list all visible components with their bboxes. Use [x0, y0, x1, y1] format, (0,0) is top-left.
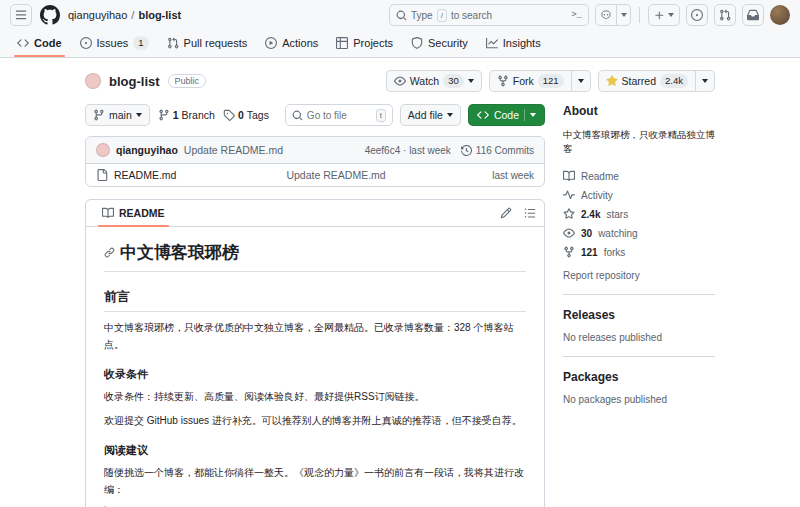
three-bars-icon — [15, 9, 27, 21]
chevron-down-icon — [668, 13, 674, 17]
plus-icon — [654, 10, 665, 21]
toolbar-right: t Add file Code — [285, 104, 545, 126]
tab-projects[interactable]: Projects — [327, 30, 402, 57]
command-palette-icon[interactable]: >_ — [571, 10, 582, 20]
tab-label: Security — [428, 37, 468, 49]
global-search-input[interactable]: Type / to search >_ — [389, 4, 589, 26]
file-commit-message[interactable]: Update README.md — [286, 169, 385, 181]
copilot-button-group — [595, 4, 631, 26]
paragraph: 中文博客琅琊榜，只收录优质的中文独立博客，全网最精品。已收录博客数量：328 个… — [104, 320, 526, 353]
readme-tab[interactable]: README — [94, 200, 173, 226]
branches-count: 1 — [173, 109, 179, 121]
header-actions: Type / to search >_ — [389, 4, 790, 26]
eye-icon — [563, 227, 575, 239]
global-header: qianguyihao / blog-list Type / to search… — [0, 0, 800, 30]
file-row-readme[interactable]: README.md Update README.md last week — [86, 163, 544, 186]
file-browser: qianguyihao Update README.md 4eef6c4 · l… — [85, 136, 545, 187]
copilot-button[interactable] — [595, 4, 617, 26]
git-branch-icon — [158, 109, 170, 121]
breadcrumb: qianguyihao / blog-list — [68, 9, 181, 21]
branch-selector-button[interactable]: main — [85, 104, 150, 126]
starred-button[interactable]: Starred 2.4k — [598, 70, 696, 92]
breadcrumb-repo[interactable]: blog-list — [138, 9, 181, 21]
add-file-label: Add file — [408, 109, 443, 121]
commit-author-avatar[interactable] — [96, 143, 110, 157]
table-icon — [336, 37, 348, 49]
repo-owner-avatar[interactable] — [85, 73, 101, 89]
repo-description: 中文博客琅琊榜，只收录精品独立博客 — [563, 128, 715, 157]
list-unordered-icon — [524, 207, 536, 219]
tab-pull-requests[interactable]: Pull requests — [158, 30, 257, 57]
copilot-dropdown-caret[interactable] — [617, 4, 631, 26]
sidebar-item-label: watching — [598, 228, 637, 239]
sidebar-item-forks[interactable]: 121 forks — [563, 243, 715, 262]
user-avatar[interactable] — [770, 5, 790, 25]
code-button[interactable]: Code — [468, 104, 545, 126]
sidebar-item-stars[interactable]: 2.4k stars — [563, 205, 715, 224]
readme-content: 中文博客琅琊榜 前言 中文博客琅琊榜，只收录优质的中文独立博客，全网最精品。已收… — [86, 227, 544, 507]
breadcrumb-owner[interactable]: qianguyihao — [68, 9, 127, 21]
link-anchor-icon[interactable] — [104, 247, 115, 258]
sidebar-item-readme[interactable]: Readme — [563, 167, 715, 186]
watch-button[interactable]: Watch 30 — [386, 70, 482, 92]
commit-hash-time[interactable]: 4eef6c4 · last week — [365, 145, 451, 156]
issues-count-badge: 1 — [133, 36, 148, 50]
hamburger-menu-button[interactable] — [10, 4, 32, 26]
book-icon — [563, 170, 575, 182]
report-repository-link[interactable]: Report repository — [563, 270, 715, 281]
pull-requests-header-button[interactable] — [714, 4, 736, 26]
current-branch-label: main — [109, 109, 132, 121]
tab-issues[interactable]: Issues 1 — [71, 30, 158, 57]
releases-title: Releases — [563, 308, 715, 322]
tags-link[interactable]: 0 Tags — [223, 109, 269, 121]
commit-author[interactable]: qianguyihao — [116, 144, 178, 156]
branches-link[interactable]: 1 Branch — [158, 109, 215, 121]
commits-count-label: 116 Commits — [476, 145, 534, 156]
commit-message[interactable]: Update README.md — [184, 144, 283, 156]
tag-icon — [223, 109, 235, 121]
readme-tab-label: README — [119, 207, 165, 219]
sidebar-item-activity[interactable]: Activity — [563, 186, 715, 205]
search-icon — [292, 110, 303, 121]
github-logo-icon[interactable] — [40, 5, 60, 25]
repo-container: blog-list Public Watch 30 Fork 121 — [0, 58, 800, 507]
sidebar-item-label: Readme — [581, 171, 619, 182]
watching-count: 30 — [581, 228, 592, 239]
tab-actions[interactable]: Actions — [256, 30, 327, 57]
fork-button[interactable]: Fork 121 — [489, 70, 572, 92]
file-commit-time: last week — [492, 170, 534, 181]
commit-history-link[interactable]: 116 Commits — [461, 145, 534, 156]
tags-count: 0 — [238, 109, 244, 121]
notifications-inbox-button[interactable] — [742, 4, 764, 26]
chevron-down-icon — [530, 113, 536, 117]
repo-forked-icon — [563, 246, 575, 258]
pencil-icon — [500, 207, 512, 219]
section-heading-reading-advice: 阅读建议 — [104, 443, 526, 458]
starred-label: Starred — [622, 75, 656, 87]
fork-count-badge: 121 — [538, 74, 564, 88]
sidebar-item-watching[interactable]: 30 watching — [563, 224, 715, 243]
tab-insights[interactable]: Insights — [477, 30, 550, 57]
file-name[interactable]: README.md — [114, 169, 176, 181]
repo-title[interactable]: blog-list — [109, 74, 160, 89]
search-placeholder-part2: to search — [451, 10, 492, 21]
history-icon — [461, 145, 472, 156]
packages-title: Packages — [563, 370, 715, 384]
tab-security[interactable]: Security — [402, 30, 477, 57]
fork-label: Fork — [513, 75, 534, 87]
star-outline-icon — [563, 208, 575, 220]
about-title: About — [563, 104, 715, 118]
eye-icon — [394, 75, 406, 87]
tab-code[interactable]: Code — [8, 30, 71, 57]
outline-toc-button[interactable] — [524, 207, 536, 219]
fork-dropdown-caret[interactable] — [572, 70, 591, 92]
edit-readme-button[interactable] — [500, 207, 512, 219]
star-dropdown-caret[interactable] — [696, 70, 715, 92]
add-file-button[interactable]: Add file — [400, 104, 461, 126]
issues-header-button[interactable] — [686, 4, 708, 26]
branches-label: Branch — [182, 109, 215, 121]
create-new-button[interactable] — [648, 4, 680, 26]
visibility-badge: Public — [168, 74, 207, 88]
search-placeholder-part1: Type — [411, 10, 433, 21]
go-to-file-input[interactable] — [307, 110, 372, 121]
